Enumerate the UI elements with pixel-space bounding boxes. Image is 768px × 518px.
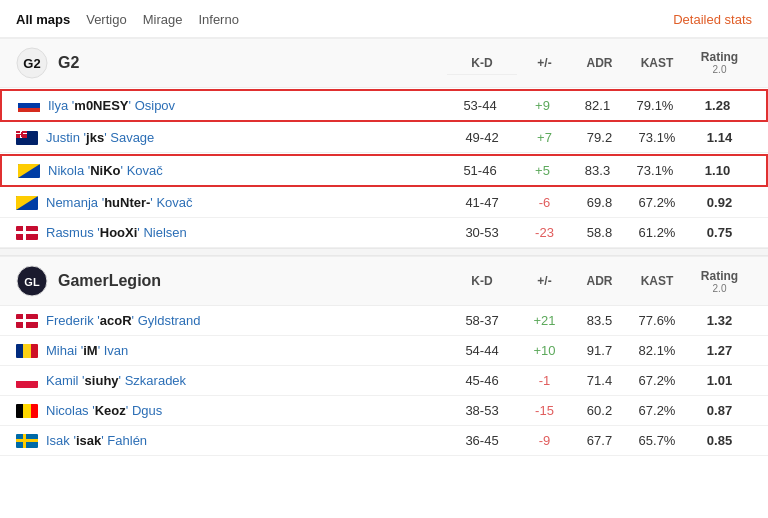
player-nickname-keoz: Keoz	[95, 403, 126, 418]
g2-players-list: Ilya 'm0NESY' Osipov 53-44 +9 82.1 79.1%…	[0, 89, 768, 248]
stat-plusminus-siuhy: -1	[517, 373, 572, 388]
stat-rating-niko: 1.10	[685, 163, 750, 178]
stat-kd-im: 54-44	[447, 343, 517, 358]
player-nickname-jks: jks	[86, 130, 104, 145]
stat-adr-im: 91.7	[572, 343, 627, 358]
g2-col-plusminus: +/-	[517, 56, 572, 70]
tab-vertigo[interactable]: Vertigo	[86, 10, 126, 29]
team-g2-header: G2 G2 K-D +/- ADR KAST Rating 2.0	[0, 38, 768, 88]
section-spacer	[0, 248, 768, 256]
player-row-hunter: Nemanja 'huNter-' Kovač 41-47 -6 69.8 67…	[0, 188, 768, 218]
top-bar: All maps Vertigo Mirage Inferno Detailed…	[0, 0, 768, 38]
player-nickname-isak: isak	[76, 433, 101, 448]
stat-rating-siuhy: 1.01	[687, 373, 752, 388]
player-info-siuhy: Kamil 'siuhy' Szkaradek	[16, 373, 447, 388]
player-nickname-acor: acoR	[100, 313, 132, 328]
g2-col-adr: ADR	[572, 56, 627, 70]
player-info-hooxi: Rasmus 'HooXi' Nielsen	[16, 225, 447, 240]
team-g2-name: G2	[58, 54, 447, 72]
player-row-keoz: Nicolas 'Keoz' Dgus 38-53 -15 60.2 67.2%…	[0, 396, 768, 426]
player-row-niko: Nikola 'NiKo' Kovač 51-46 +5 83.3 73.1% …	[0, 154, 768, 187]
stat-kd-hunter: 41-47	[447, 195, 517, 210]
player-info-im: Mihai 'iM' Ivan	[16, 343, 447, 358]
player-name-acor[interactable]: Frederik 'acoR' Gyldstrand	[46, 313, 447, 328]
player-info-jks: Justin 'jks' Savage	[16, 130, 447, 145]
gl-col-plusminus: +/-	[517, 274, 572, 288]
stat-kd-keoz: 38-53	[447, 403, 517, 418]
stat-kast-isak: 65.7%	[627, 433, 687, 448]
player-info-isak: Isak 'isak' Fahlén	[16, 433, 447, 448]
player-info-hunter: Nemanja 'huNter-' Kovač	[16, 195, 447, 210]
stat-rating-isak: 0.85	[687, 433, 752, 448]
stat-kast-hunter: 67.2%	[627, 195, 687, 210]
tab-inferno[interactable]: Inferno	[198, 10, 238, 29]
stat-kd-hooxi: 30-53	[447, 225, 517, 240]
player-nickname-siuhy: siuhy	[85, 373, 119, 388]
player-name-keoz[interactable]: Nicolas 'Keoz' Dgus	[46, 403, 447, 418]
stat-kast-niko: 73.1%	[625, 163, 685, 178]
stat-plusminus-isak: -9	[517, 433, 572, 448]
player-nickname-hooxi: HooXi	[100, 225, 138, 240]
stat-kd-jks: 49-42	[447, 130, 517, 145]
player-name-niko[interactable]: Nikola 'NiKo' Kovač	[48, 163, 445, 178]
svg-text:G2: G2	[23, 56, 40, 71]
stat-rating-hooxi: 0.75	[687, 225, 752, 240]
stat-kast-hooxi: 61.2%	[627, 225, 687, 240]
player-name-isak[interactable]: Isak 'isak' Fahlén	[46, 433, 447, 448]
player-nickname-m0nesy: m0NESY	[74, 98, 128, 113]
stat-plusminus-niko: +5	[515, 163, 570, 178]
stat-adr-isak: 67.7	[572, 433, 627, 448]
g2-col-rating: Rating 2.0	[687, 50, 752, 76]
player-name-hooxi[interactable]: Rasmus 'HooXi' Nielsen	[46, 225, 447, 240]
player-row-hooxi: Rasmus 'HooXi' Nielsen 30-53 -23 58.8 61…	[0, 218, 768, 248]
stat-adr-m0nesy: 82.1	[570, 98, 625, 113]
stat-plusminus-hooxi: -23	[517, 225, 572, 240]
stat-adr-hunter: 69.8	[572, 195, 627, 210]
stat-kast-keoz: 67.2%	[627, 403, 687, 418]
stat-plusminus-m0nesy: +9	[515, 98, 570, 113]
team-gl-header: GL GamerLegion K-D +/- ADR KAST Rating 2…	[0, 256, 768, 306]
detailed-stats-link[interactable]: Detailed stats	[673, 12, 752, 27]
stat-kd-niko: 51-46	[445, 163, 515, 178]
stat-kast-im: 82.1%	[627, 343, 687, 358]
player-info-keoz: Nicolas 'Keoz' Dgus	[16, 403, 447, 418]
stat-adr-niko: 83.3	[570, 163, 625, 178]
player-row-siuhy: Kamil 'siuhy' Szkaradek 45-46 -1 71.4 67…	[0, 366, 768, 396]
player-name-m0nesy[interactable]: Ilya 'm0NESY' Osipov	[48, 98, 445, 113]
stat-rating-m0nesy: 1.28	[685, 98, 750, 113]
gl-col-kd: K-D	[447, 274, 517, 288]
svg-text:GL: GL	[24, 276, 40, 288]
player-name-siuhy[interactable]: Kamil 'siuhy' Szkaradek	[46, 373, 447, 388]
stat-rating-keoz: 0.87	[687, 403, 752, 418]
player-row-jks: Justin 'jks' Savage 49-42 +7 79.2 73.1% …	[0, 123, 768, 153]
stat-plusminus-im: +10	[517, 343, 572, 358]
player-name-jks[interactable]: Justin 'jks' Savage	[46, 130, 447, 145]
player-name-hunter[interactable]: Nemanja 'huNter-' Kovač	[46, 195, 447, 210]
stat-kd-m0nesy: 53-44	[445, 98, 515, 113]
player-nickname-niko: NiKo	[90, 163, 120, 178]
map-tabs: All maps Vertigo Mirage Inferno	[16, 10, 239, 29]
team-g2-section: G2 G2 K-D +/- ADR KAST Rating 2.0	[0, 38, 768, 248]
stat-rating-jks: 1.14	[687, 130, 752, 145]
stat-rating-hunter: 0.92	[687, 195, 752, 210]
gl-col-kast: KAST	[627, 274, 687, 288]
gl-col-rating: Rating 2.0	[687, 269, 752, 294]
tab-all-maps[interactable]: All maps	[16, 10, 70, 29]
team-gl-name: GamerLegion	[58, 272, 447, 290]
player-row-acor: Frederik 'acoR' Gyldstrand 58-37 +21 83.…	[0, 306, 768, 336]
stat-kast-m0nesy: 79.1%	[625, 98, 685, 113]
stat-kd-isak: 36-45	[447, 433, 517, 448]
player-row-isak: Isak 'isak' Fahlén 36-45 -9 67.7 65.7% 0…	[0, 426, 768, 456]
stat-plusminus-acor: +21	[517, 313, 572, 328]
tab-mirage[interactable]: Mirage	[143, 10, 183, 29]
g2-col-kd: K-D	[447, 52, 517, 75]
player-name-im[interactable]: Mihai 'iM' Ivan	[46, 343, 447, 358]
stat-adr-siuhy: 71.4	[572, 373, 627, 388]
stat-plusminus-jks: +7	[517, 130, 572, 145]
stat-plusminus-hunter: -6	[517, 195, 572, 210]
gl-col-adr: ADR	[572, 274, 627, 288]
g2-col-kast: KAST	[627, 56, 687, 70]
stat-adr-hooxi: 58.8	[572, 225, 627, 240]
stat-adr-jks: 79.2	[572, 130, 627, 145]
stat-rating-acor: 1.32	[687, 313, 752, 328]
